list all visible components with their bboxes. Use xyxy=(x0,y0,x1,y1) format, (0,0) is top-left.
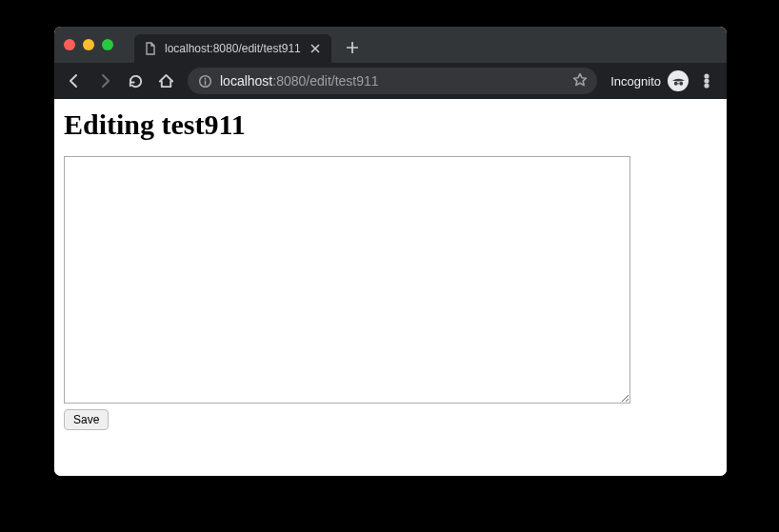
maximize-window-button[interactable] xyxy=(102,39,113,50)
svg-point-6 xyxy=(705,74,708,77)
url-host: localhost xyxy=(220,73,272,89)
url-path: /edit/test911 xyxy=(306,73,378,89)
url-port: :8080 xyxy=(272,73,306,89)
incognito-label: Incognito xyxy=(610,74,661,89)
home-button[interactable] xyxy=(151,67,180,95)
page-title: Editing test911 xyxy=(64,108,717,141)
edit-textarea[interactable] xyxy=(64,156,630,404)
minimize-window-button[interactable] xyxy=(83,39,94,50)
save-button[interactable]: Save xyxy=(64,409,109,430)
forward-button[interactable] xyxy=(90,67,119,95)
toolbar: localhost:8080/edit/test911 Incognito xyxy=(54,63,727,99)
tab-title: localhost:8080/edit/test911 xyxy=(165,42,301,55)
svg-point-4 xyxy=(679,81,683,85)
close-tab-button[interactable] xyxy=(309,42,322,55)
incognito-icon xyxy=(668,70,689,91)
back-button[interactable] xyxy=(60,67,89,95)
reload-button[interactable] xyxy=(121,67,150,95)
browser-window: localhost:8080/edit/test911 localhos xyxy=(54,27,727,476)
bookmark-star-icon[interactable] xyxy=(572,72,588,90)
browser-tab[interactable]: localhost:8080/edit/test911 xyxy=(134,34,331,63)
address-bar[interactable]: localhost:8080/edit/test911 xyxy=(188,68,597,94)
url-text: localhost:8080/edit/test911 xyxy=(220,73,565,89)
tab-strip: localhost:8080/edit/test911 xyxy=(54,27,727,63)
svg-point-8 xyxy=(705,84,708,87)
menu-button[interactable] xyxy=(692,67,721,95)
window-controls xyxy=(64,39,113,50)
incognito-indicator: Incognito xyxy=(610,70,689,91)
page-content: Editing test911 Save xyxy=(54,99,727,476)
site-info-icon[interactable] xyxy=(197,73,212,89)
page-icon xyxy=(144,42,157,55)
svg-point-3 xyxy=(673,81,677,85)
svg-rect-5 xyxy=(677,83,679,84)
new-tab-button[interactable] xyxy=(339,34,366,61)
close-window-button[interactable] xyxy=(64,39,75,50)
svg-point-7 xyxy=(705,79,708,82)
